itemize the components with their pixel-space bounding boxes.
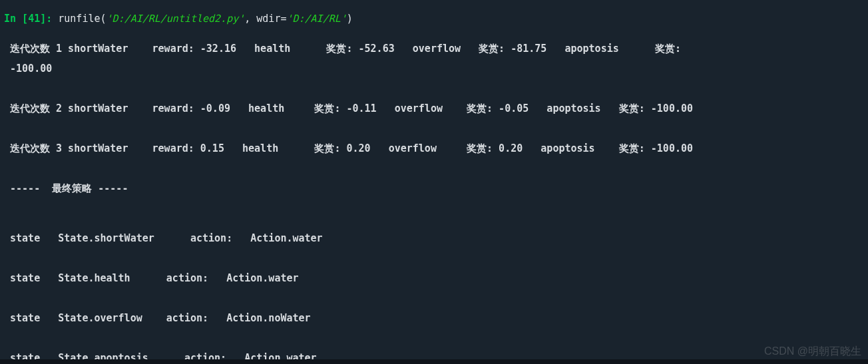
prompt-in-number: 41 [28, 13, 40, 25]
input-cell-41: In [41]: runfile('D:/AI/RL/untitled2.py'… [4, 14, 864, 24]
code-runfile-call: runfile( [58, 13, 106, 25]
output-policy-header: ----- 最终策略 ----- [4, 184, 864, 194]
output-iter1-a: 迭代次数 1 shortWater reward: -32.16 health … [4, 44, 864, 54]
prompt-in-suffix: ]: [40, 13, 58, 25]
code-close: ) [347, 13, 353, 25]
output-iter1-b: -100.00 [4, 64, 864, 74]
code-sep: , wdir= [244, 13, 286, 25]
prompt-in-prefix: In [ [4, 13, 28, 25]
output-iter3: 迭代次数 3 shortWater reward: 0.15 health 奖赏… [4, 144, 864, 154]
ipython-console: In [41]: runfile('D:/AI/RL/untitled2.py'… [0, 0, 868, 364]
console-input[interactable] [67, 334, 852, 347]
output-iter2: 迭代次数 2 shortWater reward: -0.09 health 奖… [4, 104, 864, 114]
bottom-strip [0, 359, 868, 364]
output-policy-1: state State.shortWater action: Action.wa… [4, 234, 864, 244]
code-arg-filepath: 'D:/AI/RL/untitled2.py' [107, 13, 245, 25]
output-policy-3: state State.overflow action: Action.noWa… [4, 313, 864, 323]
output-policy-2: state State.health action: Action.water [4, 273, 864, 283]
code-arg-wdir: 'D:/AI/RL' [286, 13, 346, 25]
